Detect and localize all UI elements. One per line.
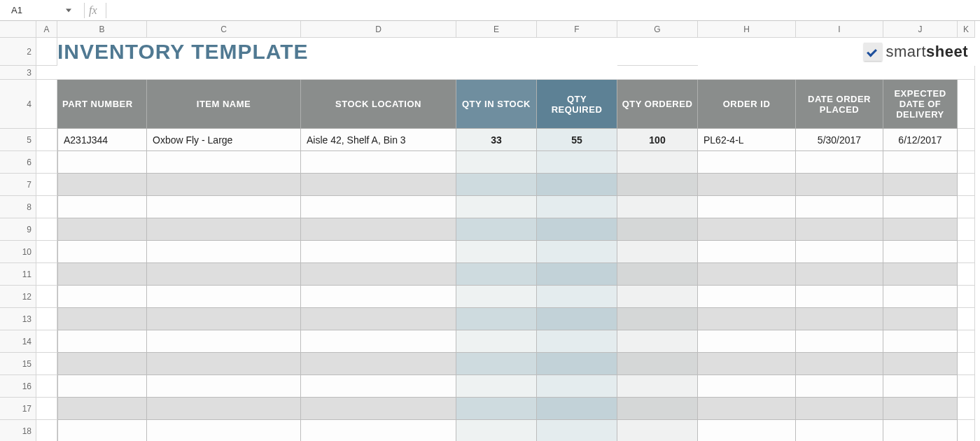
row-header-15[interactable]: 15 — [0, 353, 36, 375]
td-empty[interactable] — [456, 375, 537, 398]
td-empty[interactable] — [301, 308, 456, 330]
row-header-10[interactable]: 10 — [0, 241, 36, 263]
td-empty[interactable] — [57, 174, 147, 196]
td-empty[interactable] — [796, 218, 883, 241]
cell[interactable] — [36, 398, 57, 420]
td-order-id[interactable]: PL62-4-L — [698, 129, 796, 151]
td-empty[interactable] — [698, 174, 796, 196]
cell[interactable] — [36, 353, 57, 375]
td-empty[interactable] — [147, 308, 301, 330]
th-order-id[interactable]: ORDER ID — [698, 80, 796, 129]
col-header-H[interactable]: H — [698, 21, 796, 38]
cell[interactable] — [36, 196, 57, 218]
td-empty[interactable] — [301, 151, 456, 174]
cell[interactable] — [958, 330, 975, 353]
td-empty[interactable] — [617, 174, 698, 196]
cell[interactable] — [958, 196, 975, 218]
td-empty[interactable] — [537, 174, 617, 196]
td-empty[interactable] — [57, 151, 147, 174]
td-empty[interactable] — [57, 398, 147, 420]
td-empty[interactable] — [57, 263, 147, 286]
td-expected-delivery[interactable]: 6/12/2017 — [883, 129, 958, 151]
col-header-B[interactable]: B — [57, 21, 147, 38]
td-empty[interactable] — [301, 375, 456, 398]
th-item-name[interactable]: ITEM NAME — [147, 80, 301, 129]
col-header-A[interactable]: A — [36, 21, 57, 38]
td-empty[interactable] — [456, 308, 537, 330]
td-empty[interactable] — [617, 241, 698, 263]
col-header-G[interactable]: G — [617, 21, 698, 38]
td-empty[interactable] — [537, 263, 617, 286]
cell[interactable] — [958, 308, 975, 330]
td-empty[interactable] — [57, 308, 147, 330]
td-empty[interactable] — [796, 375, 883, 398]
td-empty[interactable] — [537, 218, 617, 241]
cell[interactable] — [958, 420, 975, 441]
row-header-16[interactable]: 16 — [0, 375, 36, 398]
row-header-12[interactable]: 12 — [0, 286, 36, 308]
td-empty[interactable] — [301, 330, 456, 353]
td-empty[interactable] — [796, 151, 883, 174]
td-empty[interactable] — [883, 330, 958, 353]
cell[interactable] — [36, 420, 57, 441]
cell[interactable] — [36, 218, 57, 241]
th-qty-ordered[interactable]: QTY ORDERED — [617, 80, 698, 129]
td-empty[interactable] — [796, 330, 883, 353]
td-empty[interactable] — [147, 375, 301, 398]
td-empty[interactable] — [883, 241, 958, 263]
cell[interactable] — [36, 308, 57, 330]
td-empty[interactable] — [698, 420, 796, 441]
td-empty[interactable] — [796, 398, 883, 420]
td-empty[interactable] — [57, 286, 147, 308]
td-empty[interactable] — [57, 420, 147, 441]
td-stock-location[interactable]: Aisle 42, Shelf A, Bin 3 — [301, 129, 456, 151]
td-empty[interactable] — [796, 353, 883, 375]
td-empty[interactable] — [147, 353, 301, 375]
col-header-E[interactable]: E — [456, 21, 537, 38]
cell[interactable] — [958, 80, 975, 129]
td-empty[interactable] — [537, 353, 617, 375]
td-empty[interactable] — [617, 330, 698, 353]
cell[interactable] — [958, 218, 975, 241]
td-empty[interactable] — [147, 330, 301, 353]
cell[interactable] — [958, 398, 975, 420]
td-empty[interactable] — [147, 174, 301, 196]
name-box[interactable]: A1 — [7, 3, 74, 18]
td-empty[interactable] — [147, 286, 301, 308]
col-header-D[interactable]: D — [301, 21, 456, 38]
td-empty[interactable] — [883, 375, 958, 398]
th-qty-required[interactable]: QTY REQUIRED — [537, 80, 617, 129]
row-header-3[interactable]: 3 — [0, 66, 36, 80]
spreadsheet-grid[interactable]: A B C D E F G H I J K 2 INVENTORY TEMPLA… — [0, 21, 980, 441]
cell[interactable] — [36, 151, 57, 174]
td-empty[interactable] — [456, 286, 537, 308]
td-empty[interactable] — [57, 196, 147, 218]
td-empty[interactable] — [617, 218, 698, 241]
cell[interactable] — [36, 286, 57, 308]
cell[interactable] — [958, 263, 975, 286]
td-empty[interactable] — [57, 241, 147, 263]
cell[interactable] — [36, 241, 57, 263]
cell[interactable] — [36, 66, 975, 80]
cell[interactable] — [36, 129, 57, 151]
td-empty[interactable] — [301, 263, 456, 286]
td-empty[interactable] — [456, 420, 537, 441]
td-empty[interactable] — [537, 420, 617, 441]
td-date-order-placed[interactable]: 5/30/2017 — [796, 129, 883, 151]
row-header-13[interactable]: 13 — [0, 308, 36, 330]
td-empty[interactable] — [456, 241, 537, 263]
td-empty[interactable] — [698, 218, 796, 241]
th-qty-in-stock[interactable]: QTY IN STOCK — [456, 80, 537, 129]
td-empty[interactable] — [301, 218, 456, 241]
select-all-corner[interactable] — [0, 21, 36, 38]
row-header-14[interactable]: 14 — [0, 330, 36, 353]
td-empty[interactable] — [301, 241, 456, 263]
td-empty[interactable] — [883, 263, 958, 286]
td-empty[interactable] — [698, 398, 796, 420]
td-empty[interactable] — [698, 196, 796, 218]
cell[interactable] — [36, 263, 57, 286]
td-empty[interactable] — [698, 308, 796, 330]
td-empty[interactable] — [698, 241, 796, 263]
cell[interactable] — [36, 330, 57, 353]
td-empty[interactable] — [57, 218, 147, 241]
